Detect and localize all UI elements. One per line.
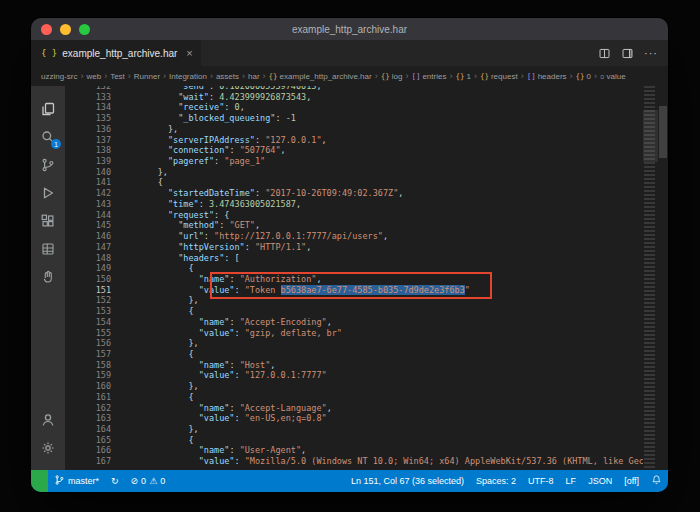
code-line[interactable]: 149 { <box>65 263 643 274</box>
hand-icon[interactable] <box>31 263 65 291</box>
code-line[interactable]: 141 { <box>65 177 643 188</box>
line-number: 142 <box>65 188 127 199</box>
breadcrumb-item[interactable]: Test <box>110 72 125 81</box>
git-branch-item[interactable]: master* <box>48 470 105 492</box>
breadcrumb-item[interactable]: {}log <box>381 72 403 81</box>
title-bar[interactable]: example_http_archive.har <box>31 18 668 40</box>
breadcrumb-item[interactable]: web <box>86 72 101 81</box>
minimap-slider[interactable] <box>643 110 658 162</box>
code-line[interactable]: 162 "name": "Accept-Language", <box>65 403 643 414</box>
breadcrumb-separator-icon: › <box>263 71 266 81</box>
code-line[interactable]: 143 "time": 3.474363005021587, <box>65 199 643 210</box>
explorer-icon[interactable] <box>31 95 65 123</box>
run-debug-icon[interactable] <box>31 179 65 207</box>
code-line[interactable]: 164 }, <box>65 424 643 435</box>
eol-item[interactable]: LF <box>560 470 583 492</box>
code-line[interactable]: 137 "serverIPAddress": "127.0.0.1", <box>65 135 643 146</box>
search-icon[interactable]: 1 <box>31 123 65 151</box>
code-line[interactable]: 146 "url": "http://127.0.0.1:7777/api/us… <box>65 231 643 242</box>
code-line[interactable]: 155 "value": "gzip, deflate, br" <box>65 328 643 339</box>
remote-indicator[interactable] <box>31 470 48 492</box>
code-text: "headers": [ <box>127 253 240 264</box>
line-number: 146 <box>65 231 127 242</box>
code-line[interactable]: 153 { <box>65 306 643 317</box>
extensions-icon[interactable] <box>31 207 65 235</box>
code-line[interactable]: 134 "receive": 0, <box>65 102 643 113</box>
more-actions-icon[interactable]: ··· <box>644 47 658 59</box>
code-line[interactable]: 133 "wait": 4.423999926873543, <box>65 92 643 103</box>
code-line[interactable]: 139 "pageref": "page_1" <box>65 156 643 167</box>
code-line[interactable]: 147 "httpVersion": "HTTP/1.1", <box>65 242 643 253</box>
code-text: { <box>127 177 163 188</box>
code-line[interactable]: 145 "method": "GET", <box>65 220 643 231</box>
breadcrumb-item[interactable]: Runner <box>134 72 160 81</box>
toggle-off-item[interactable]: [off] <box>618 470 645 492</box>
line-number: 137 <box>65 135 127 146</box>
account-icon[interactable] <box>31 406 65 434</box>
notifications-bell-item[interactable] <box>645 470 668 492</box>
bell-icon <box>651 474 662 488</box>
vscode-window: example_http_archive.har { } example_htt… <box>31 18 668 492</box>
breadcrumb-item[interactable]: uzzing-src <box>41 72 77 81</box>
code-line[interactable]: 157 { <box>65 349 643 360</box>
code-line[interactable]: 159 "value": "127.0.0.1:7777" <box>65 370 643 381</box>
code-text: { <box>127 263 194 274</box>
code-line[interactable]: 156 }, <box>65 338 643 349</box>
tab-example-http-archive[interactable]: { } example_http_archive.har × <box>31 40 202 66</box>
breadcrumb-item[interactable]: {}0 <box>576 72 591 81</box>
breadcrumb-item[interactable]: {}request <box>480 72 518 81</box>
encoding-item[interactable]: UTF-8 <box>522 470 560 492</box>
close-tab-icon[interactable]: × <box>186 47 192 59</box>
close-window-button[interactable] <box>41 24 52 35</box>
split-editor-icon[interactable] <box>598 47 611 60</box>
breadcrumb-item[interactable]: []headers <box>527 72 567 81</box>
breadcrumb-item[interactable]: {}example_http_archive.har <box>269 72 372 81</box>
code-text: "name": "Host", <box>127 360 275 371</box>
breadcrumb-item[interactable]: []entries <box>411 72 446 81</box>
breadcrumb-item[interactable]: ▫value <box>600 72 626 81</box>
cursor-position-item[interactable]: Ln 151, Col 67 (36 selected) <box>345 470 470 492</box>
object-symbol-icon: {} <box>480 72 489 81</box>
vertical-scrollbar[interactable] <box>658 86 668 470</box>
code-line[interactable]: 150 "name": "Authorization", <box>65 274 643 285</box>
problems-item[interactable]: ⊘ 0 ⚠ 0 <box>125 470 172 492</box>
settings-gear-icon[interactable] <box>31 434 65 462</box>
code-line[interactable]: 142 "startedDateTime": "2017-10-26T09:49… <box>65 188 643 199</box>
line-number: 145 <box>65 220 127 231</box>
code-text: { <box>127 349 194 360</box>
code-line[interactable]: 152 }, <box>65 295 643 306</box>
minimap[interactable] <box>643 86 658 470</box>
code-line[interactable]: 165 { <box>65 435 643 446</box>
breadcrumb-item[interactable]: har <box>248 72 260 81</box>
code-line[interactable]: 136 }, <box>65 124 643 135</box>
toggle-layout-icon[interactable] <box>621 47 634 60</box>
indentation-item[interactable]: Spaces: 2 <box>470 470 522 492</box>
code-line[interactable]: 161 { <box>65 392 643 403</box>
grid-view-icon[interactable] <box>31 235 65 263</box>
code-line[interactable]: 144 "request": { <box>65 210 643 221</box>
code-line[interactable]: 148 "headers": [ <box>65 253 643 264</box>
code-line[interactable]: 166 "name": "User-Agent", <box>65 445 643 456</box>
line-number: 133 <box>65 92 127 103</box>
source-control-icon[interactable] <box>31 151 65 179</box>
code-line[interactable]: 154 "name": "Accept-Encoding", <box>65 317 643 328</box>
sync-button[interactable]: ↻ <box>105 470 125 492</box>
breadcrumb-item[interactable]: {}1 <box>455 72 470 81</box>
code-line[interactable]: 151 "value": "Token b5638ae7-6e77-4585-b… <box>65 285 643 296</box>
code-line[interactable]: 135 "_blocked_queueing": -1 <box>65 113 643 124</box>
breadcrumb-item[interactable]: Integration <box>169 72 207 81</box>
code-line[interactable]: 138 "connection": "507764", <box>65 145 643 156</box>
scrollbar-thumb[interactable] <box>659 106 667 158</box>
minimize-window-button[interactable] <box>60 24 71 35</box>
breadcrumb-item[interactable]: assets <box>216 72 239 81</box>
code-line[interactable]: 140 }, <box>65 167 643 178</box>
line-number: 148 <box>65 253 127 264</box>
language-mode-item[interactable]: JSON <box>582 470 618 492</box>
zoom-window-button[interactable] <box>79 24 90 35</box>
code-line[interactable]: 158 "name": "Host", <box>65 360 643 371</box>
code-line[interactable]: 167 "value": "Mozilla/5.0 (Windows NT 10… <box>65 456 643 467</box>
breadcrumb-separator-icon: › <box>128 71 131 81</box>
code-area[interactable]: 132 "send": 0.10200065539740013,133 "wai… <box>65 86 643 470</box>
code-line[interactable]: 160 }, <box>65 381 643 392</box>
code-line[interactable]: 163 "value": "en-US,en;q=0.8" <box>65 413 643 424</box>
